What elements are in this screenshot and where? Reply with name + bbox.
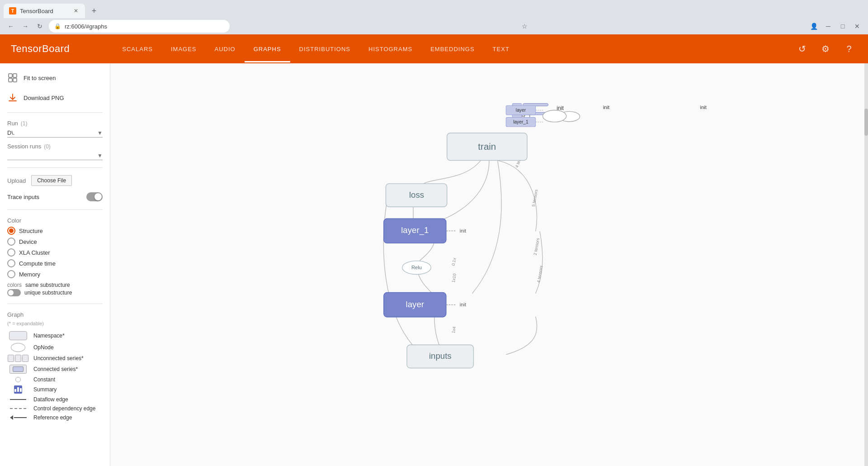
nav-embeddings[interactable]: EMBEDDINGS <box>421 36 483 62</box>
browser-chrome: T TensorBoard ✕ + ← → ↻ 🔒 rz:6006/#graph… <box>0 0 868 34</box>
nav-items: SCALARS IMAGES AUDIO GRAPHS DISTRIBUTION… <box>113 36 519 62</box>
layer-node[interactable]: layer <box>384 293 446 317</box>
radio-xla-outer <box>7 248 15 257</box>
graph-svg: layer layer_1 init <box>110 63 868 466</box>
legend-reference-label: Reference edge <box>33 414 72 421</box>
nav-scalars[interactable]: SCALARS <box>113 36 162 62</box>
svg-rect-1 <box>13 74 17 77</box>
choose-file-button[interactable]: Choose File <box>31 175 72 186</box>
fit-to-screen-icon <box>7 72 18 83</box>
summary-bars <box>14 387 22 392</box>
svg-text:layer_1: layer_1 <box>401 225 429 235</box>
tab-favicon: T <box>9 7 16 14</box>
tab-title: TensorBoard <box>20 8 53 14</box>
color-compute[interactable]: Compute time <box>7 259 103 267</box>
legend-dataflow: Dataflow edge <box>7 395 103 404</box>
relu-node[interactable]: Relu <box>402 261 431 275</box>
legend-connected-label: Connected series* <box>33 366 78 372</box>
tab-bar: T TensorBoard ✕ + <box>0 0 868 18</box>
account-button[interactable]: 👤 <box>808 21 819 32</box>
back-button[interactable]: ← <box>5 21 16 32</box>
dataflow-edge-line <box>10 399 26 400</box>
download-png-action[interactable]: Download PNG <box>7 90 103 105</box>
session-select[interactable]: ▼ <box>7 152 103 160</box>
color-device[interactable]: Device <box>7 238 103 246</box>
run-count: (1) <box>21 120 28 127</box>
nav-text[interactable]: TEXT <box>484 36 519 62</box>
graph-canvas[interactable]: layer layer_1 init <box>110 63 868 466</box>
nav-histograms[interactable]: HISTOGRAMS <box>359 36 421 62</box>
s-bar-3 <box>20 388 22 392</box>
app-title: TensorBoard <box>11 43 70 55</box>
divider-1 <box>7 112 103 113</box>
scrollbar[interactable] <box>864 63 868 466</box>
divider-4 <box>7 304 103 304</box>
color-device-label: Device <box>19 238 37 245</box>
url-bar[interactable]: 🔒 rz:6006/#graphs <box>49 20 230 33</box>
refresh-button[interactable]: ↻ <box>34 21 45 32</box>
legend-unconnected: Unconnected series* <box>7 353 103 363</box>
legend-constant-label: Constant <box>33 376 55 383</box>
divider-3 <box>7 209 103 210</box>
chrome-actions: ☆ 👤 ─ □ ✕ <box>519 21 863 32</box>
toggle-knob <box>94 193 102 200</box>
session-runs-label: Session runs <box>7 143 41 150</box>
maximize-button[interactable]: □ <box>837 21 848 32</box>
settings-icon-btn[interactable]: ⚙ <box>817 41 834 57</box>
nav-graphs[interactable]: GRAPHS <box>245 36 290 62</box>
control-edge-line <box>10 408 26 409</box>
color-structure[interactable]: Structure <box>7 227 103 235</box>
topnav: TensorBoard SCALARS IMAGES AUDIO GRAPHS … <box>0 34 868 63</box>
active-tab[interactable]: T TensorBoard ✕ <box>4 4 85 18</box>
fit-to-screen-action[interactable]: Fit to screen <box>7 71 103 85</box>
inputs-node[interactable]: inputs <box>407 345 473 368</box>
nav-distributions[interactable]: DISTRIBUTIONS <box>290 36 359 62</box>
color-structure-label: Structure <box>19 228 43 234</box>
color-label: Color <box>7 217 103 224</box>
svg-text:inputs: inputs <box>429 351 452 361</box>
svg-rect-2 <box>9 78 12 82</box>
svg-text:train: train <box>478 141 496 152</box>
bookmark-button[interactable]: ☆ <box>519 21 530 32</box>
legend-namespace: Namespace* <box>7 330 103 342</box>
loss-node[interactable]: loss <box>386 184 447 207</box>
tab-close-button[interactable]: ✕ <box>72 7 80 14</box>
new-tab-button[interactable]: + <box>87 4 101 18</box>
layer1-node[interactable]: layer_1 <box>384 219 446 243</box>
lock-icon: 🔒 <box>54 23 61 29</box>
svg-text:init: init <box>603 105 610 110</box>
legend-opnode: OpNode <box>7 342 103 353</box>
run-select[interactable]: D\. ▼ <box>7 128 103 138</box>
legend-constant: Constant <box>7 375 103 384</box>
scrollbar-thumb[interactable] <box>864 109 868 136</box>
svg-text:layer_1: layer_1 <box>513 119 528 124</box>
color-memory[interactable]: Memory <box>7 270 103 278</box>
reference-edge-arrow <box>10 415 27 420</box>
svg-rect-3 <box>13 78 17 82</box>
close-button[interactable]: ✕ <box>852 21 863 32</box>
svg-rect-5 <box>219 63 759 466</box>
train-node[interactable]: train <box>447 133 527 161</box>
trace-inputs-toggle[interactable] <box>86 192 103 201</box>
legend-opnode-icon <box>7 343 29 352</box>
trace-inputs-label: Trace inputs <box>7 194 39 200</box>
connected-series-icon <box>9 365 27 374</box>
nav-audio[interactable]: AUDIO <box>206 36 245 62</box>
legend-control-icon <box>7 408 29 409</box>
graph-section: Graph (* = expandable) Namespace* OpNode <box>7 311 103 422</box>
legend-control-label: Control dependency edge <box>33 405 95 412</box>
run-section: Run (1) D\. ▼ <box>7 120 103 138</box>
forward-button[interactable]: → <box>20 21 31 32</box>
legend-dataflow-label: Dataflow edge <box>33 396 68 403</box>
nav-images[interactable]: IMAGES <box>162 36 206 62</box>
session-select-arrow: ▼ <box>97 152 103 159</box>
summary-icon-box <box>14 385 22 394</box>
legend-unconnected-icon <box>7 355 29 362</box>
minimize-button[interactable]: ─ <box>823 21 834 32</box>
color-xla[interactable]: XLA Cluster <box>7 248 103 257</box>
refresh-icon-btn[interactable]: ↺ <box>794 41 810 57</box>
help-icon-btn[interactable]: ? <box>841 41 857 57</box>
opnode-ellipse <box>11 343 25 352</box>
svg-text:init: init <box>460 228 467 233</box>
unique-substructure-toggle[interactable] <box>7 289 21 296</box>
